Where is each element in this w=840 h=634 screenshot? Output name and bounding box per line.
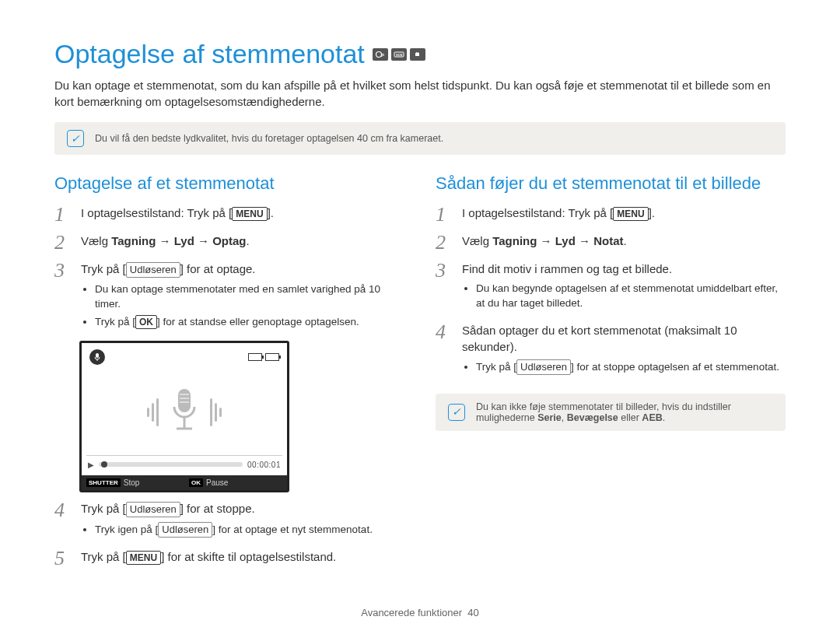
menu-button-label: MENU	[126, 551, 161, 565]
battery-icon	[248, 353, 262, 361]
text: Sådan optager du et kort stemmenotat (ma…	[462, 324, 737, 353]
menu-button-label: MENU	[232, 207, 267, 221]
text: ] for at stoppe optagelsen af et stemmen…	[571, 361, 779, 373]
text: Tryk på [	[95, 316, 135, 328]
text: Tryk igen på [	[95, 524, 158, 535]
text: ,	[562, 412, 567, 423]
text: .	[663, 412, 665, 423]
page-footer: Avancerede funktioner 40	[0, 607, 840, 618]
svg-rect-4	[96, 353, 99, 358]
svg-text:SCN: SCN	[396, 53, 403, 57]
text: ] for at standse eller genoptage optagel…	[157, 316, 359, 328]
left-step-3: 3 Tryk på [Udløseren] for at optage. Du …	[54, 261, 404, 333]
list-item: Du kan begynde optagelsen af et stemmeno…	[476, 282, 786, 311]
mic-main-graphic	[86, 370, 282, 455]
mode-scene-icon: SCN	[391, 48, 407, 61]
text: .	[624, 234, 627, 247]
shutter-label: Udløseren	[158, 522, 212, 538]
left-step-4: 4 Tryk på [Udløseren] for at stoppe. Try…	[54, 500, 404, 541]
svg-rect-6	[178, 389, 191, 412]
step-number: 1	[54, 205, 72, 225]
text: Tryk på [	[81, 550, 126, 563]
info-icon: ✓	[67, 130, 84, 147]
text: Tagning → Lyd → Optag	[111, 234, 246, 247]
text: Vælg	[81, 234, 111, 247]
mode-p-icon: P	[373, 48, 388, 61]
step-number: 5	[54, 548, 72, 569]
left-section-title: Optagelse af et stemmenotat	[54, 173, 404, 194]
elapsed-time: 00:00:01	[247, 461, 281, 469]
page-title: Optagelse af stemmenotat P SCN	[54, 39, 786, 69]
screen-pause-label: OK Pause	[184, 475, 287, 490]
note-quality: ✓ Du vil få den bedste lydkvalitet, hvis…	[54, 122, 786, 155]
text: Tagning → Lyd → Notat	[492, 234, 623, 247]
list-item: Tryk på [OK] for at standse eller genopt…	[95, 315, 404, 330]
text: Tryk på [	[81, 262, 126, 275]
text: ] for at optage.	[180, 262, 256, 275]
title-mode-icons: P SCN	[373, 48, 425, 61]
text: ] for at skifte til optagelsestilstand.	[161, 550, 336, 563]
step-number: 4	[54, 500, 72, 520]
text: ].	[649, 206, 655, 219]
text: Vælg	[462, 234, 492, 247]
shutter-badge: SHUTTER	[86, 478, 121, 487]
right-section-title: Sådan føjer du et stemmenotat til et bil…	[436, 173, 786, 194]
text: Find dit motiv i rammen og tag et billed…	[462, 262, 672, 275]
note-limitation-text: Du kan ikke føje stemmenotater til bille…	[476, 401, 773, 423]
note-quality-text: Du vil få den bedste lydkvalitet, hvis d…	[95, 133, 443, 144]
step-number: 2	[54, 233, 72, 253]
battery-icons	[248, 353, 279, 361]
note-limitation: ✓ Du kan ikke føje stemmenotater til bil…	[436, 394, 786, 431]
shutter-label: Udløseren	[126, 502, 180, 517]
shutter-label: Udløseren	[516, 359, 571, 375]
mode-dual-icon	[410, 48, 425, 61]
step-number: 1	[436, 205, 453, 225]
left-step-2: 2 Vælg Tagning → Lyd → Optag.	[54, 233, 404, 253]
intro-paragraph: Du kan optage et stemmenotat, som du kan…	[54, 77, 786, 110]
ok-button-label: OK	[135, 315, 157, 329]
text: Tryk på [	[476, 361, 516, 373]
text: I optagelsestilstand: Tryk på [	[462, 206, 613, 219]
list-item: Tryk på [Udløseren] for at stoppe optage…	[476, 359, 786, 375]
text: AEB	[642, 412, 662, 423]
right-step-4: 4 Sådan optager du et kort stemmenotat (…	[436, 322, 786, 378]
menu-button-label: MENU	[613, 207, 648, 221]
left-step-1: 1 I optagelsestilstand: Tryk på [MENU].	[54, 205, 404, 225]
right-column: Sådan føjer du et stemmenotat til et bil…	[436, 173, 786, 576]
text: .	[247, 234, 250, 247]
text: ] for at stoppe.	[180, 502, 255, 515]
right-step-2: 2 Vælg Tagning → Lyd → Notat.	[436, 233, 786, 253]
text: Serie	[537, 412, 562, 423]
mic-small-icon	[89, 349, 105, 365]
step-number: 2	[436, 233, 453, 253]
text: ].	[268, 206, 274, 219]
device-screenshot: ▶ 00:00:01 SHUTTER Stop OK Pause	[79, 341, 289, 492]
screen-stop-label: SHUTTER Stop	[82, 475, 184, 490]
text: eller	[618, 412, 642, 423]
left-step-5: 5 Tryk på [MENU] for at skifte til optag…	[54, 548, 404, 569]
play-icon: ▶	[88, 461, 94, 469]
text: Pause	[206, 478, 228, 487]
progress-bar: ▶ 00:00:01	[86, 455, 282, 471]
footer-section: Avancerede funktioner	[361, 607, 462, 618]
right-step-1: 1 I optagelsestilstand: Tryk på [MENU].	[436, 205, 786, 225]
step-number: 3	[54, 261, 72, 281]
text: Stop	[124, 478, 140, 487]
microphone-icon	[165, 385, 204, 440]
battery-icon	[265, 353, 279, 361]
footer-page-number: 40	[467, 607, 478, 618]
svg-text:P: P	[381, 53, 384, 58]
text: Tryk på [	[81, 502, 126, 515]
title-text: Optagelse af stemmenotat	[54, 39, 365, 69]
ok-badge: OK	[189, 478, 203, 487]
info-icon: ✓	[448, 404, 465, 421]
list-item: Tryk igen på [Udløseren] for at optage e…	[95, 522, 404, 538]
list-item: Du kan optage stemmenotater med en samle…	[95, 282, 404, 312]
step-number: 4	[436, 322, 453, 342]
left-column: Optagelse af et stemmenotat 1 I optagels…	[54, 173, 404, 576]
step-number: 3	[436, 261, 453, 281]
text: Bevægelse	[567, 412, 618, 423]
shutter-label: Udløseren	[126, 262, 180, 278]
text: ] for at optage et nyt stemmenotat.	[212, 524, 373, 535]
text: I optagelsestilstand: Tryk på [	[81, 206, 232, 219]
